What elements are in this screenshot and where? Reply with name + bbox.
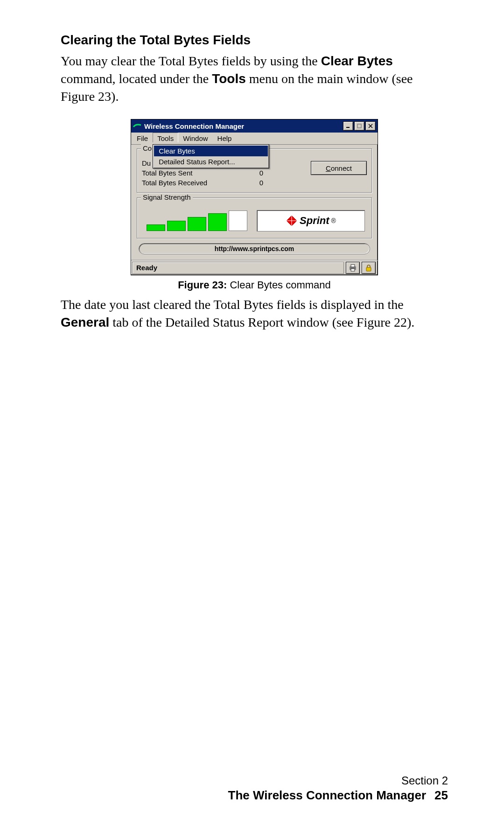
bytes-sent-value: 0 <box>259 169 263 177</box>
bytes-received-row: Total Bytes Received 0 <box>142 178 263 188</box>
bytes-sent-label: Total Bytes Sent <box>142 169 192 177</box>
signal-group-label: Signal Strength <box>141 193 193 201</box>
status-icon-lock[interactable] <box>362 262 376 274</box>
menubar: File Tools Clear Bytes Detailed Status R… <box>131 133 378 145</box>
status-text: Ready <box>132 262 344 274</box>
page-footer: Section 2 The Wireless Connection Manage… <box>228 774 448 803</box>
sprint-diamond-icon <box>286 215 298 227</box>
duration-label-truncated: Du <box>142 159 151 167</box>
footer-section: Section 2 <box>228 774 448 787</box>
connect-button[interactable]: Connect <box>311 161 367 175</box>
text: tab of the Detailed Status Report window… <box>109 315 414 329</box>
page-number: 25 <box>434 788 448 802</box>
figure-23: Wireless Connection Manager File <box>61 119 448 291</box>
bytes-received-value: 0 <box>259 179 263 187</box>
connection-group-label: Co <box>141 144 154 152</box>
text: The date you last cleared the Total Byte… <box>61 297 404 312</box>
connect-button-accel: C <box>326 164 331 172</box>
bold-text: Clear Bytes <box>321 54 393 68</box>
menu-item-detailed-status[interactable]: Detailed Status Report... <box>154 156 268 167</box>
close-button[interactable] <box>365 121 376 131</box>
svg-rect-9 <box>366 267 371 271</box>
window-title: Wireless Connection Manager <box>144 122 343 130</box>
menu-tools[interactable]: Tools <box>153 133 178 142</box>
url-bar[interactable]: http://www.sprintpcs.com <box>139 243 370 254</box>
signal-bar-3 <box>188 217 206 231</box>
app-window: Wireless Connection Manager File <box>131 119 378 275</box>
menu-window[interactable]: Window <box>178 133 212 144</box>
maximize-button[interactable] <box>354 121 364 131</box>
svg-rect-1 <box>357 124 361 128</box>
sprint-logo: Sprint® <box>257 210 365 231</box>
status-icon-printer[interactable] <box>346 262 360 274</box>
intro-paragraph: You may clear the Total Bytes fields by … <box>61 52 448 105</box>
section-heading: Clearing the Total Bytes Fields <box>61 33 448 48</box>
figure-label: Figure 23: <box>178 279 227 291</box>
minimize-button[interactable] <box>343 121 353 131</box>
bold-text: General <box>61 315 109 329</box>
signal-bar-1 <box>147 224 165 231</box>
app-icon <box>133 123 141 129</box>
status-bar: Ready <box>131 260 378 275</box>
window-titlebar: Wireless Connection Manager <box>131 119 378 133</box>
sprint-logo-text: Sprint <box>300 215 329 227</box>
figure-caption-text: Clear Bytes command <box>227 279 331 291</box>
svg-rect-7 <box>351 265 355 267</box>
signal-bar-2 <box>167 221 186 231</box>
signal-bars <box>144 210 247 231</box>
svg-rect-0 <box>346 127 350 128</box>
signal-bar-5-empty <box>229 210 247 231</box>
footer-title: The Wireless Connection Manager25 <box>228 788 448 803</box>
menu-file[interactable]: File <box>132 133 153 144</box>
bold-text: Tools <box>212 71 246 86</box>
signal-groupbox: Signal Strength <box>137 197 372 238</box>
menu-item-clear-bytes[interactable]: Clear Bytes <box>154 146 268 156</box>
signal-bar-4 <box>208 213 227 231</box>
text: You may clear the Total Bytes fields by … <box>61 54 321 68</box>
bytes-sent-row: Total Bytes Sent 0 <box>142 168 263 178</box>
tools-dropdown: Clear Bytes Detailed Status Report... <box>153 144 269 168</box>
menu-help[interactable]: Help <box>213 133 237 144</box>
svg-rect-8 <box>351 269 355 271</box>
text: command, located under the <box>61 71 212 86</box>
figure-caption: Figure 23: Clear Bytes command <box>61 279 448 291</box>
bytes-received-label: Total Bytes Received <box>142 179 207 187</box>
connect-button-text: onnect <box>331 164 352 172</box>
footer-title-text: The Wireless Connection Manager <box>228 788 427 802</box>
follow-paragraph: The date you last cleared the Total Byte… <box>61 296 448 331</box>
